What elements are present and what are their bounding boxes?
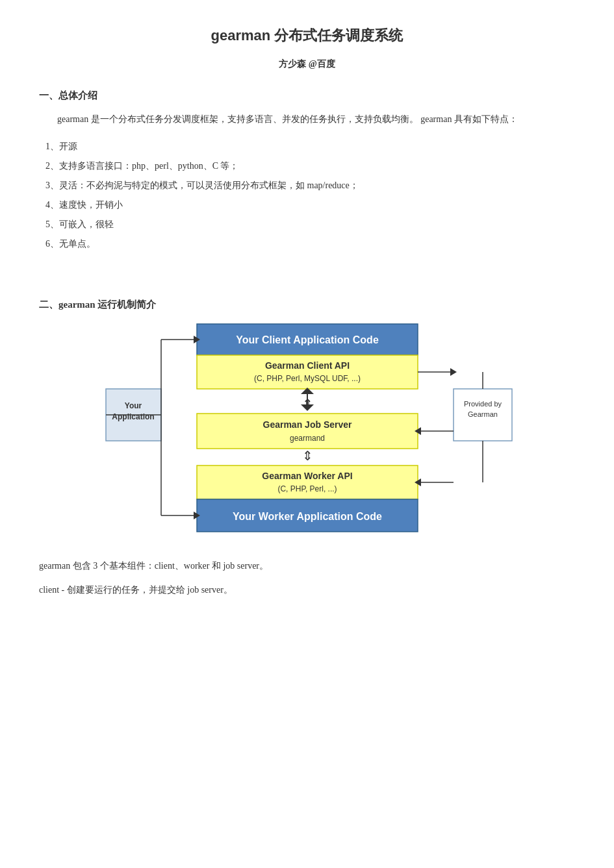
feature-item-5: 5、可嵌入，很轻	[45, 216, 575, 234]
svg-text:Gearman: Gearman	[468, 410, 498, 418]
svg-text:Application: Application	[112, 412, 154, 421]
feature-item-2: 2、支持多语言接口：php、perl、python、C 等；	[45, 157, 575, 175]
svg-text:Gearman Job Server: Gearman Job Server	[262, 419, 352, 430]
feature-item-6: 6、无单点。	[45, 235, 575, 253]
svg-text:Your: Your	[124, 401, 142, 410]
bottom-text-section: gearman 包含 3 个基本组件：client、worker 和 job s…	[39, 558, 575, 599]
feature-item-4: 4、速度快，开销小	[45, 196, 575, 214]
feature-list: 1、开源 2、支持多语言接口：php、perl、python、C 等； 3、灵活…	[45, 138, 575, 253]
svg-text:(C, PHP, Perl, MySQL UDF, ...): (C, PHP, Perl, MySQL UDF, ...)	[253, 374, 360, 383]
svg-text:Your Worker Application Code: Your Worker Application Code	[233, 511, 382, 522]
bottom-text-2: client - 创建要运行的任务，并提交给 job server。	[39, 582, 575, 599]
svg-text:Gearman Worker API: Gearman Worker API	[262, 471, 352, 481]
architecture-diagram: Your Application Provided by Gearman You…	[99, 317, 515, 545]
title-latin: gearman	[211, 27, 271, 43]
svg-text:Gearman Client API: Gearman Client API	[264, 360, 349, 371]
page-title: gearman 分布式任务调度系统	[39, 26, 575, 45]
intro-paragraph: gearman 是一个分布式任务分发调度框架，支持多语言、并发的任务执行，支持负…	[39, 111, 575, 127]
section1-title: 一、总体介绍	[39, 90, 575, 102]
title-chinese: 分布式任务调度系统	[274, 27, 403, 43]
svg-text:⇕: ⇕	[301, 449, 313, 463]
svg-text:⇕: ⇕	[301, 397, 313, 411]
author-text: 方少森 @百度	[39, 58, 575, 70]
feature-item-3: 3、灵活：不必拘泥与特定的模式，可以灵活使用分布式框架，如 map/reduce…	[45, 177, 575, 195]
feature-item-1: 1、开源	[45, 138, 575, 156]
section2-title: 二、gearman 运行机制简介	[39, 299, 575, 311]
svg-text:Provided by: Provided by	[463, 400, 502, 408]
svg-text:Your Client Application Code: Your Client Application Code	[236, 334, 379, 345]
svg-text:(C, PHP, Perl, ...): (C, PHP, Perl, ...)	[277, 484, 337, 493]
bottom-text-1: gearman 包含 3 个基本组件：client、worker 和 job s…	[39, 558, 575, 575]
svg-marker-32	[450, 368, 457, 376]
svg-text:gearmand: gearmand	[289, 434, 324, 443]
